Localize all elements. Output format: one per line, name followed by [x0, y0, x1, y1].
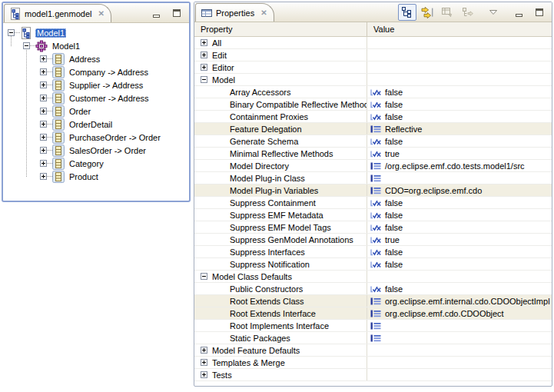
tree-expand-toggle[interactable] — [40, 147, 47, 154]
tree-expand-toggle[interactable] — [40, 121, 47, 128]
editor-window-buttons — [148, 3, 189, 22]
property-value-cell: false — [367, 197, 552, 208]
view-menu-button[interactable] — [484, 4, 503, 21]
tree-expand-toggle[interactable] — [40, 134, 47, 141]
property-row-array-accessors[interactable]: Array Accessorsfalse — [194, 86, 552, 98]
tree-item-purchaseorder-order-2[interactable]: PurchaseOrder -> Order — [3, 131, 189, 144]
category-label: Templates & Merge — [212, 358, 285, 367]
minimize-button[interactable] — [148, 5, 166, 22]
property-row-minimal-reflective-methods[interactable]: Minimal Reflective Methodstrue — [194, 148, 552, 160]
tree-item-product-2[interactable]: Product — [3, 170, 189, 183]
tree-item-category-2[interactable]: Category — [3, 157, 189, 170]
show-advanced-properties-button[interactable] — [418, 4, 436, 21]
close-icon[interactable]: ✕ — [260, 8, 267, 17]
tree-item-company-address-2[interactable]: Company -> Address — [3, 65, 189, 78]
tree-expand-toggle[interactable] — [40, 55, 47, 62]
tree-connector — [47, 111, 52, 111]
category-row-tests[interactable]: Tests — [194, 369, 552, 381]
column-header-value[interactable]: Value — [367, 22, 552, 36]
tree-item-salesorder-order-2[interactable]: SalesOrder -> Order — [3, 144, 189, 157]
property-value-cell — [367, 49, 552, 61]
property-row-model-plug-in-class[interactable]: Model Plug-in Class — [194, 172, 552, 184]
property-row-containment-proxies[interactable]: Containment Proxiesfalse — [194, 111, 552, 123]
text-value-icon — [370, 321, 382, 331]
tree-item-supplier-address-2[interactable]: Supplier -> Address — [3, 78, 189, 91]
tree-item-order-2[interactable]: Order — [3, 105, 189, 118]
property-row-suppress-emf-metadata[interactable]: Suppress EMF Metadatafalse — [194, 209, 552, 221]
tree-item-orderdetail-2[interactable]: OrderDetail — [3, 118, 189, 131]
maximize-button[interactable] — [530, 4, 549, 21]
property-label: Suppress Notification — [230, 260, 310, 269]
property-row-suppress-emf-model-tags[interactable]: Suppress EMF Model Tagsfalse — [194, 221, 552, 234]
tree-expand-toggle[interactable] — [40, 173, 47, 180]
maximize-button[interactable] — [168, 5, 186, 22]
category-row-model-feature-defaults[interactable]: Model Feature Defaults — [194, 344, 552, 357]
tree-item-customer-address-2[interactable]: Customer -> Address — [3, 91, 189, 105]
pin-to-selection-button[interactable] — [458, 4, 476, 21]
category-label: All — [212, 38, 221, 48]
category-expand-toggle[interactable] — [201, 51, 207, 58]
class-icon — [52, 131, 65, 144]
tab-model1-genmodel[interactable]: model1.genmodel ✕ — [4, 4, 111, 22]
category-expand-toggle[interactable] — [201, 359, 207, 366]
property-row-public-constructors[interactable]: Public Constructorsfalse — [194, 283, 552, 295]
property-row-model-plug-in-variables[interactable]: Model Plug-in VariablesCDO=org.eclipse.e… — [194, 184, 552, 197]
tree-expand-toggle[interactable] — [40, 81, 47, 88]
tree-item-label: Model1 — [51, 42, 81, 51]
property-row-generate-schema[interactable]: Generate Schemafalse — [194, 135, 552, 148]
property-value-cell — [367, 320, 552, 331]
category-row-model[interactable]: Model — [194, 74, 552, 86]
property-row-root-extends-class[interactable]: Root Extends Classorg.eclipse.emf.intern… — [194, 295, 552, 307]
category-expand-toggle[interactable] — [201, 371, 207, 378]
property-name-cell: Static Packages — [194, 332, 367, 344]
property-row-feature-delegation[interactable]: Feature DelegationReflective — [194, 123, 552, 135]
tree-mode-button[interactable] — [398, 4, 416, 21]
property-value: Reflective — [385, 125, 422, 134]
boolean-value-icon — [370, 99, 382, 110]
property-row-suppress-interfaces[interactable]: Suppress Interfacesfalse — [194, 246, 552, 258]
category-expand-toggle[interactable] — [201, 347, 207, 354]
column-header-property[interactable]: Property — [194, 22, 367, 36]
tree-item-model1-1[interactable]: Model1 — [3, 39, 189, 52]
boolean-value-icon — [370, 259, 382, 270]
tree-expand-toggle[interactable] — [23, 42, 30, 49]
property-name-cell: Model — [194, 74, 367, 85]
category-expand-toggle[interactable] — [201, 39, 207, 46]
restore-default-value-button[interactable] — [438, 4, 456, 21]
boolean-value-icon — [370, 247, 382, 257]
tree-expand-toggle[interactable] — [40, 108, 47, 115]
property-row-root-implements-interface[interactable]: Root Implements Interface — [194, 320, 552, 332]
property-row-suppress-containment[interactable]: Suppress Containmentfalse — [194, 197, 552, 209]
tree-item-model1-0[interactable]: Model1 — [3, 26, 189, 39]
tree-connector — [30, 45, 35, 46]
category-expand-toggle[interactable] — [201, 64, 207, 71]
property-row-binary-compatible-reflective-methods[interactable]: Binary Compatible Reflective Methodsfals… — [194, 98, 552, 111]
property-value: CDO=org.eclipse.emf.cdo — [385, 186, 482, 195]
tree-item-label: OrderDetail — [68, 120, 114, 129]
category-row-all[interactable]: All — [194, 37, 552, 49]
property-row-suppress-notification[interactable]: Suppress Notificationfalse — [194, 258, 552, 271]
property-value: true — [385, 235, 400, 244]
property-value-cell — [367, 344, 552, 356]
category-expand-toggle[interactable] — [201, 273, 207, 280]
close-icon[interactable]: ✕ — [98, 9, 104, 18]
tree-expand-toggle[interactable] — [40, 68, 47, 75]
category-row-editor[interactable]: Editor — [194, 61, 552, 74]
property-row-model-directory[interactable]: Model Directory/org.eclipse.emf.cdo.test… — [194, 160, 552, 172]
property-row-root-extends-interface[interactable]: Root Extends Interfaceorg.eclipse.emf.cd… — [194, 307, 552, 320]
tree-item-label: Company -> Address — [68, 68, 150, 77]
tree-expand-toggle[interactable] — [40, 95, 47, 101]
tree-expand-toggle[interactable] — [8, 29, 15, 36]
category-expand-toggle[interactable] — [201, 76, 207, 83]
tree-expand-toggle[interactable] — [40, 160, 47, 167]
category-row-templates-merge[interactable]: Templates & Merge — [194, 357, 552, 369]
tree-item-address-2[interactable]: Address — [3, 52, 189, 65]
genmodel-file-icon — [20, 27, 32, 39]
property-row-suppress-genmodel-annotations[interactable]: Suppress GenModel Annotationstrue — [194, 234, 552, 246]
tab-properties[interactable]: Properties ✕ — [195, 3, 274, 22]
category-row-model-class-defaults[interactable]: Model Class Defaults — [194, 271, 552, 283]
property-name-cell: Minimal Reflective Methods — [194, 148, 367, 159]
category-row-edit[interactable]: Edit — [194, 49, 552, 61]
property-row-static-packages[interactable]: Static Packages — [194, 332, 552, 344]
minimize-button[interactable] — [510, 4, 529, 21]
